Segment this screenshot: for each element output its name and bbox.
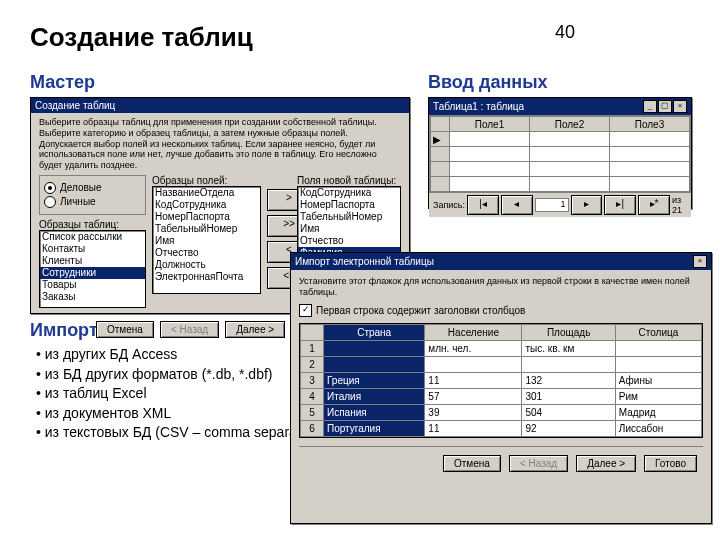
- list-item[interactable]: НазваниеОтдела: [153, 187, 260, 199]
- import-cancel-button[interactable]: Отмена: [443, 455, 501, 472]
- list-item[interactable]: ЭлектроннаяПочта: [153, 271, 260, 283]
- wizard-category-group: Деловые Личные: [39, 175, 146, 215]
- slide-title: Создание таблиц: [30, 22, 253, 53]
- list-item[interactable]: ТабельныйНомер: [298, 211, 400, 223]
- list-item[interactable]: НомерПаспорта: [298, 199, 400, 211]
- import-intro: Установите этот флажок для использования…: [299, 276, 703, 298]
- import-finish-button[interactable]: Готово: [644, 455, 697, 472]
- minimize-icon[interactable]: _: [643, 100, 657, 113]
- first-row-headers-checkbox[interactable]: ✓: [299, 304, 312, 317]
- nav-last-button[interactable]: ▸|: [604, 195, 636, 215]
- radio-personal[interactable]: Личные: [44, 196, 141, 208]
- row-selector[interactable]: ▶: [431, 132, 450, 147]
- nav-first-button[interactable]: |◂: [467, 195, 499, 215]
- datasheet-title: Таблица1 : таблица: [433, 101, 524, 112]
- import-titlebar[interactable]: Импорт электронной таблицы ×: [291, 253, 711, 270]
- nav-prev-button[interactable]: ◂: [501, 195, 533, 215]
- close-icon[interactable]: ×: [673, 100, 687, 113]
- import-back-button[interactable]: < Назад: [509, 455, 568, 472]
- radio-business-label: Деловые: [60, 182, 102, 193]
- page-number: 40: [555, 22, 575, 43]
- column-header[interactable]: Поле2: [530, 117, 610, 132]
- nav-next-button[interactable]: ▸: [571, 195, 603, 215]
- nav-of-label: из 21: [672, 195, 687, 215]
- list-item[interactable]: НомерПаспорта: [153, 211, 260, 223]
- fields-label: Образцы полей:: [152, 175, 261, 186]
- samples-label: Образцы таблиц:: [39, 219, 146, 230]
- column-header[interactable]: Поле3: [610, 117, 690, 132]
- column-header[interactable]: Страна: [324, 324, 425, 340]
- first-row-headers-label: Первая строка содержит заголовки столбцо…: [316, 305, 525, 316]
- list-item[interactable]: КодСотрудника: [298, 187, 400, 199]
- list-item[interactable]: Клиенты: [40, 255, 145, 267]
- wizard-cancel-button[interactable]: Отмена: [96, 321, 154, 338]
- nav-label: Запись:: [433, 200, 465, 210]
- datasheet-titlebar[interactable]: Таблица1 : таблица _ ▢ ×: [429, 98, 691, 115]
- wizard-titlebar[interactable]: Создание таблиц: [31, 98, 409, 113]
- nav-new-button[interactable]: ▸*: [638, 195, 670, 215]
- close-icon[interactable]: ×: [693, 255, 707, 268]
- list-item[interactable]: Контакты: [40, 243, 145, 255]
- list-item[interactable]: Должность: [153, 259, 260, 271]
- list-item[interactable]: Отчество: [298, 235, 400, 247]
- list-item[interactable]: ТабельныйНомер: [153, 223, 260, 235]
- list-item[interactable]: Сотрудники: [40, 267, 145, 279]
- column-header[interactable]: Население: [425, 324, 522, 340]
- section-input: Ввод данных: [428, 72, 548, 93]
- datasheet-window: Таблица1 : таблица _ ▢ × Поле1 Поле2 Пол…: [428, 97, 692, 209]
- radio-dot-icon: [44, 196, 56, 208]
- list-item[interactable]: Список рассылки: [40, 231, 145, 243]
- list-item[interactable]: Имя: [153, 235, 260, 247]
- import-next-button[interactable]: Далее >: [576, 455, 636, 472]
- list-item[interactable]: Отчество: [153, 247, 260, 259]
- wizard-back-button[interactable]: < Назад: [160, 321, 219, 338]
- column-header[interactable]: Столица: [615, 324, 701, 340]
- list-item[interactable]: КодСотрудника: [153, 199, 260, 211]
- import-wizard-window: Импорт электронной таблицы × Установите …: [290, 252, 712, 524]
- samples-list[interactable]: Список рассылки Контакты Клиенты Сотрудн…: [39, 230, 146, 308]
- radio-personal-label: Личные: [60, 196, 96, 207]
- record-navigator: Запись: |◂ ◂ 1 ▸ ▸| ▸* из 21: [429, 193, 691, 217]
- column-header[interactable]: Площадь: [522, 324, 615, 340]
- cell[interactable]: [450, 132, 530, 147]
- wizard-title: Создание таблиц: [35, 100, 115, 111]
- fields-list[interactable]: НазваниеОтдела КодСотрудника НомерПаспор…: [152, 186, 261, 294]
- maximize-icon[interactable]: ▢: [658, 100, 672, 113]
- list-item[interactable]: Товары: [40, 279, 145, 291]
- radio-dot-icon: [44, 182, 56, 194]
- list-item[interactable]: Заказы: [40, 291, 145, 303]
- wizard-next-button[interactable]: Далее >: [225, 321, 285, 338]
- list-item[interactable]: Имя: [298, 223, 400, 235]
- import-preview-table[interactable]: СтранаНаселениеПлощадьСтолица1млн. чел.т…: [299, 323, 703, 438]
- wizard-intro: Выберите образцы таблиц для применения п…: [39, 117, 401, 171]
- radio-business[interactable]: Деловые: [44, 182, 141, 194]
- section-master: Мастер: [30, 72, 95, 93]
- datasheet-table[interactable]: Поле1 Поле2 Поле3 ▶: [430, 116, 690, 192]
- row-selector-header[interactable]: [431, 117, 450, 132]
- newfields-label: Поля новой таблицы:: [297, 175, 401, 186]
- nav-record-input[interactable]: 1: [535, 198, 569, 212]
- column-header[interactable]: Поле1: [450, 117, 530, 132]
- import-title: Импорт электронной таблицы: [295, 256, 434, 267]
